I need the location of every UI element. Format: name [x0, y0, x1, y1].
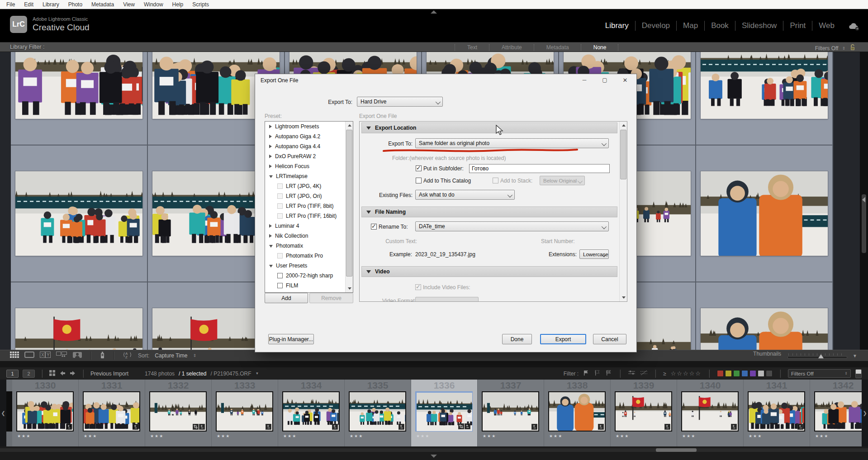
video-header[interactable]: Video: [361, 266, 617, 277]
triangle-closed-icon[interactable]: [269, 135, 272, 138]
film-thumbnail[interactable]: [548, 391, 606, 432]
menu-item-view[interactable]: View: [119, 0, 139, 9]
preset-checkbox[interactable]: [277, 273, 283, 278]
grid-photo-thumbnail[interactable]: [701, 308, 828, 350]
flag-pick-icon[interactable]: [583, 370, 590, 378]
preset-checkbox[interactable]: [277, 283, 283, 288]
color-label-chip-6[interactable]: [766, 370, 773, 377]
film-cell-1336[interactable]: 1336★★★: [411, 380, 478, 446]
star-rating[interactable]: ★★★: [616, 434, 629, 438]
film-cell-1340[interactable]: 1340★★★: [677, 380, 744, 446]
grid-view-icon[interactable]: [10, 352, 19, 360]
sort-direction-icon[interactable]: AZ: [123, 351, 133, 360]
preset-group[interactable]: Helicon Focus: [265, 161, 353, 171]
grid-cell[interactable]: [696, 282, 833, 350]
sort-value[interactable]: Capture Time: [155, 352, 187, 359]
export-location-header[interactable]: Export Location: [361, 122, 617, 133]
export-button[interactable]: Export: [540, 334, 586, 344]
triangle-open-icon[interactable]: [269, 175, 273, 178]
preset-item[interactable]: Photomatix Pro: [265, 251, 353, 261]
preset-group[interactable]: Autopano Giga 4.4: [265, 141, 353, 151]
star-rating[interactable]: ★★★: [84, 434, 97, 438]
top-panel-collapse-arrow-icon[interactable]: [431, 10, 437, 14]
film-thumbnail[interactable]: [149, 391, 207, 432]
edited-filter-icon[interactable]: [628, 370, 636, 378]
plugin-manager-button[interactable]: Plug-in Manager...: [268, 334, 314, 344]
triangle-closed-icon[interactable]: [269, 125, 272, 128]
star-rating[interactable]: ★★★: [350, 434, 363, 438]
film-thumbnail[interactable]: [681, 391, 739, 432]
color-label-chip-1[interactable]: [725, 370, 732, 377]
painter-spray-icon[interactable]: [100, 351, 105, 361]
film-cell-1331[interactable]: 1331★★★: [79, 380, 145, 446]
preset-group[interactable]: Luminar 4: [265, 221, 353, 231]
film-thumbnail[interactable]: [482, 391, 539, 432]
filename-chevron-icon[interactable]: ▼: [256, 371, 259, 376]
unlocked-padlock-icon[interactable]: [849, 44, 856, 53]
preset-group[interactable]: Autopano Giga 4.2: [265, 131, 353, 141]
triangle-closed-icon[interactable]: [269, 234, 272, 238]
right-panel-reveal-icon[interactable]: [862, 197, 865, 202]
filters-toggle-switch[interactable]: [855, 369, 862, 378]
cancel-button[interactable]: Cancel: [593, 334, 626, 344]
preset-group[interactable]: User Presets: [265, 261, 353, 271]
close-button[interactable]: ✕: [618, 74, 632, 86]
film-thumbnail[interactable]: [216, 391, 273, 432]
menu-item-help[interactable]: Help: [168, 0, 188, 9]
grid-cell[interactable]: [11, 146, 148, 282]
film-thumbnail[interactable]: [349, 391, 406, 432]
include-video-checkbox[interactable]: [415, 284, 421, 290]
triangle-closed-icon[interactable]: [269, 145, 272, 148]
star-rating[interactable]: ★★★: [17, 434, 31, 438]
minimize-button[interactable]: ─: [577, 74, 592, 86]
film-thumbnail[interactable]: [615, 391, 672, 432]
subfolder-name-input[interactable]: [469, 164, 610, 173]
forward-arrow-icon[interactable]: [70, 370, 76, 378]
star-rating[interactable]: ★★★: [749, 434, 762, 438]
grid-photo-thumbnail[interactable]: [15, 171, 142, 256]
grid-cell[interactable]: [696, 52, 833, 146]
preset-checkbox[interactable]: [277, 213, 283, 219]
filter-tab-metadata[interactable]: Metadata: [535, 44, 581, 51]
filmstrip-filters-dropdown[interactable]: Filters Off ⇕: [788, 369, 851, 378]
color-label-chip-0[interactable]: [717, 370, 724, 377]
film-cell-1339[interactable]: 1339★★★: [611, 380, 677, 446]
export-destination-dropdown[interactable]: Hard Drive: [357, 97, 443, 107]
cloud-sync-icon[interactable]: [848, 22, 860, 33]
triangle-open-icon[interactable]: [269, 265, 273, 268]
source-label[interactable]: Previous Import: [90, 371, 128, 377]
filmstrip-hscrollbar-thumb[interactable]: [656, 448, 697, 452]
filter-spinner-icon[interactable]: ⇕: [842, 46, 845, 51]
grid-cell[interactable]: [11, 282, 148, 350]
filmstrip-scroll-left-icon[interactable]: ❮: [0, 380, 6, 446]
module-web[interactable]: Web: [812, 21, 841, 30]
preset-checkbox[interactable]: [277, 183, 283, 189]
preset-item[interactable]: FILM: [265, 281, 353, 291]
settings-scrollbar[interactable]: [619, 122, 627, 301]
triangle-open-icon[interactable]: [269, 245, 273, 248]
menu-item-scripts[interactable]: Scripts: [188, 0, 213, 9]
rename-template-dropdown[interactable]: DATe_time: [415, 221, 609, 231]
star-rating[interactable]: ★★★: [815, 434, 829, 438]
film-cell-1335[interactable]: 1335★★★: [345, 380, 411, 446]
add-to-stack-checkbox[interactable]: [493, 178, 498, 183]
preset-item[interactable]: 2000-72-high sharp: [265, 271, 353, 281]
film-thumbnail[interactable]: [16, 391, 74, 432]
extensions-dropdown[interactable]: Lowercase: [579, 249, 609, 259]
film-thumbnail[interactable]: [415, 391, 473, 432]
module-book[interactable]: Book: [705, 21, 735, 30]
triangle-closed-icon[interactable]: [269, 164, 272, 168]
film-cell-1341[interactable]: 1341★★★: [744, 380, 810, 446]
film-cell-1338[interactable]: 1338★★★: [544, 380, 611, 446]
export-location-dropdown[interactable]: Same folder as original photo: [415, 138, 609, 148]
add-to-catalog-checkbox[interactable]: [416, 178, 422, 183]
filmstrip-scroll-right-icon[interactable]: ❯: [862, 380, 868, 446]
triangle-closed-icon[interactable]: [269, 224, 272, 228]
preset-item[interactable]: LRT (JPG, 4K): [265, 181, 353, 191]
filmstrip-hscrollbar[interactable]: [0, 448, 868, 452]
sort-spinner-icon[interactable]: ⇕: [193, 353, 196, 358]
module-library[interactable]: Library: [599, 21, 635, 30]
preset-group[interactable]: DxO PureRAW 2: [265, 151, 353, 161]
menu-item-edit[interactable]: Edit: [19, 0, 38, 9]
color-label-chip-2[interactable]: [733, 370, 740, 377]
